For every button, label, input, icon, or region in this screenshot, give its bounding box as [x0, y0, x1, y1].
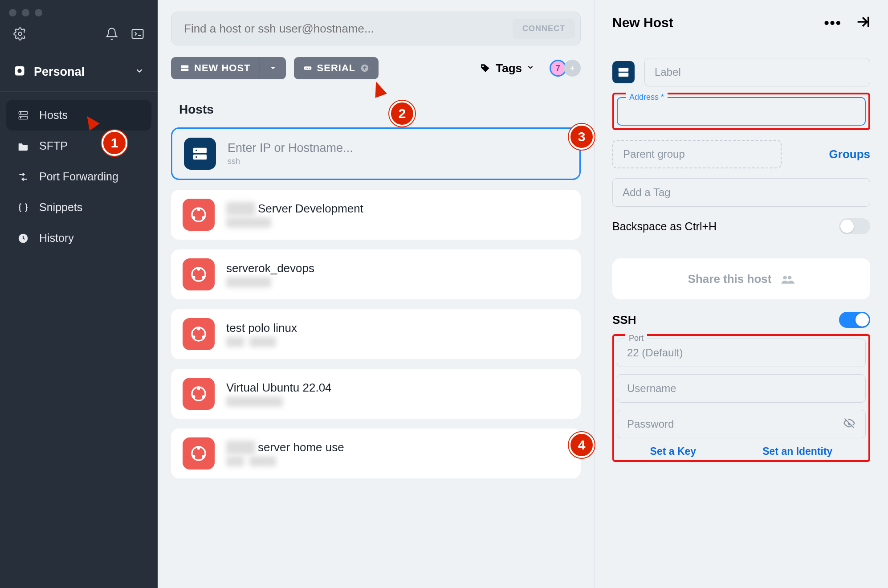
more-menu-icon[interactable]: ••• — [824, 15, 842, 31]
notifications-icon[interactable] — [105, 27, 118, 42]
ubuntu-icon — [183, 378, 215, 410]
avatar-add[interactable]: + — [564, 60, 581, 77]
hosts-icon — [17, 110, 29, 121]
new-host-dropdown[interactable] — [260, 57, 286, 79]
sidebar: Personal Hosts SFTP Port Forwarding Snip… — [0, 0, 158, 588]
workspace-selector[interactable]: Personal — [0, 56, 158, 92]
connect-button[interactable]: CONNECT — [513, 19, 575, 39]
svg-point-32 — [192, 395, 196, 398]
avatar-group[interactable]: 7 + — [550, 60, 581, 77]
svg-point-25 — [202, 276, 205, 279]
search-input[interactable] — [184, 22, 513, 36]
main-panel: CONNECT NEW HOST SERIAL — [158, 0, 594, 588]
settings-icon[interactable] — [13, 27, 27, 42]
host-card[interactable]: serverok_devops xxx.xxx.xxx — [171, 249, 581, 299]
sidebar-item-snippets[interactable]: Snippets — [6, 192, 151, 223]
sidebar-nav: Hosts SFTP Port Forwarding Snippets Hist… — [0, 92, 158, 267]
new-host-entry-card[interactable]: Enter IP or Hostname... ssh — [171, 127, 581, 180]
svg-point-33 — [202, 395, 205, 398]
search-bar: CONNECT — [171, 12, 581, 45]
terminal-icon[interactable] — [131, 27, 144, 42]
add-tag-field[interactable]: Add a Tag — [612, 178, 870, 207]
svg-rect-9 — [181, 65, 189, 68]
svg-point-23 — [197, 268, 200, 271]
groups-link[interactable]: Groups — [829, 147, 870, 161]
host-card[interactable]: test polo linux xxxx xxxxxx — [171, 309, 581, 359]
svg-rect-39 — [619, 73, 629, 77]
ubuntu-icon — [183, 199, 215, 231]
callout-1: 1 — [102, 130, 127, 156]
svg-rect-1 — [132, 29, 143, 38]
callout-4: 4 — [569, 432, 595, 458]
svg-point-19 — [197, 208, 200, 211]
port-field[interactable]: Port 22 (Default) — [617, 339, 866, 367]
svg-point-3 — [17, 69, 21, 73]
sidebar-item-port-forwarding[interactable]: Port Forwarding — [6, 161, 151, 192]
svg-point-17 — [196, 156, 197, 158]
svg-point-13 — [482, 65, 484, 67]
svg-point-37 — [202, 455, 205, 458]
set-identity-link[interactable]: Set an Identity — [762, 445, 832, 457]
new-host-placeholder: Enter IP or Hostname... — [228, 141, 353, 155]
svg-point-36 — [192, 455, 196, 458]
ssh-section-label: SSH — [612, 313, 839, 327]
ubuntu-icon — [183, 258, 215, 290]
serial-button[interactable]: SERIAL — [294, 57, 379, 79]
new-host-pill: NEW HOST — [171, 57, 286, 79]
address-field[interactable]: Address * — [617, 97, 866, 126]
backspace-toggle-label: Backspace as Ctrl+H — [612, 220, 839, 233]
svg-point-21 — [202, 216, 205, 219]
sidebar-item-sftp[interactable]: SFTP — [6, 131, 151, 161]
svg-point-35 — [197, 447, 200, 450]
svg-rect-38 — [619, 68, 629, 72]
svg-point-41 — [788, 276, 792, 279]
svg-point-0 — [18, 32, 22, 36]
parent-group-field[interactable]: Parent group — [612, 140, 782, 168]
workspace-label: Personal — [34, 65, 126, 79]
history-icon — [17, 233, 29, 244]
svg-rect-15 — [193, 155, 207, 160]
host-card[interactable]: xxxxxServer Development xxx.xxx.xxx — [171, 190, 581, 240]
svg-point-24 — [192, 276, 196, 279]
tags-filter[interactable]: Tags — [480, 61, 534, 75]
ubuntu-icon — [183, 437, 215, 470]
new-host-protocol: ssh — [228, 157, 353, 166]
svg-point-31 — [197, 387, 200, 390]
share-host-button[interactable]: Share this host — [612, 258, 870, 299]
ubuntu-icon — [183, 318, 215, 350]
svg-point-7 — [20, 117, 21, 118]
chevron-down-icon — [526, 63, 534, 73]
server-icon — [612, 61, 635, 83]
set-key-link[interactable]: Set a Key — [650, 445, 697, 457]
server-icon — [184, 138, 216, 170]
svg-point-6 — [20, 112, 21, 113]
address-label: Address * — [626, 93, 668, 102]
svg-rect-10 — [181, 69, 189, 71]
new-host-button[interactable]: NEW HOST — [171, 57, 260, 79]
username-field[interactable]: Username — [617, 374, 866, 403]
workspace-icon — [13, 65, 26, 79]
sidebar-item-hosts[interactable]: Hosts — [6, 100, 151, 131]
collapse-panel-icon[interactable] — [855, 14, 870, 31]
backspace-toggle[interactable] — [839, 218, 870, 234]
svg-point-40 — [783, 276, 787, 279]
password-field[interactable]: Password — [617, 410, 866, 438]
sidebar-item-history[interactable]: History — [6, 223, 151, 253]
eye-off-icon[interactable] — [843, 417, 855, 431]
svg-point-28 — [192, 335, 196, 339]
label-field[interactable]: Label — [644, 58, 870, 86]
port-forwarding-icon — [17, 171, 29, 183]
host-card[interactable]: Virtual Ubuntu 22.04 xxx.xxx.xxx.xx — [171, 369, 581, 419]
chevron-down-icon — [134, 66, 144, 78]
svg-point-27 — [197, 327, 200, 331]
window-traffic-lights — [0, 0, 158, 19]
svg-point-20 — [192, 216, 196, 219]
callout-2: 2 — [389, 101, 415, 127]
ssh-toggle[interactable] — [839, 312, 870, 328]
host-card[interactable]: xxxxxserver home use xxxx xxxxxx — [171, 429, 581, 478]
svg-point-29 — [202, 335, 205, 339]
svg-rect-14 — [193, 148, 207, 153]
hosts-section-title: Hosts — [179, 102, 581, 117]
detail-panel: New Host ••• Label — [594, 0, 888, 588]
svg-point-16 — [196, 150, 197, 151]
